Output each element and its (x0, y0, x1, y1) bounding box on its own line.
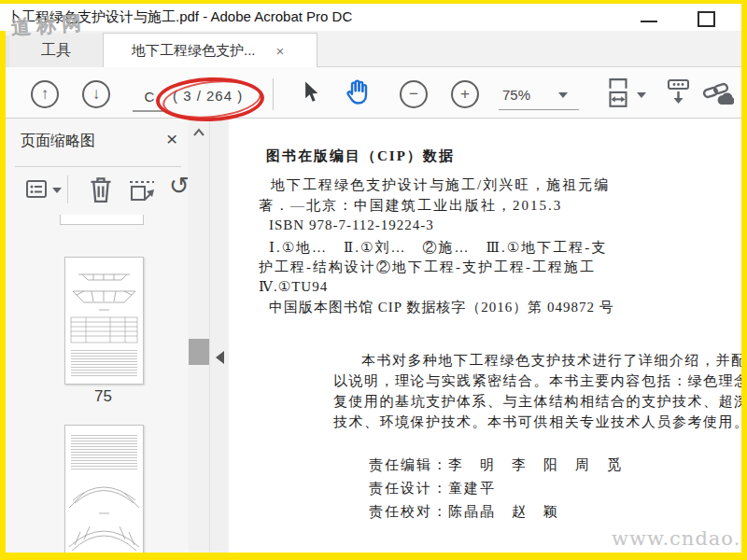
chevron-down-icon[interactable] (558, 92, 568, 98)
minus-icon: − (409, 85, 418, 104)
acrobat-window: 卜工程绿色支护设计与施工.pdf - Adobe Acrobat Pro DC … (0, 0, 747, 560)
title-bar: 卜工程绿色支护设计与施工.pdf - Adobe Acrobat Pro DC (0, 4, 747, 31)
tab-tools-label: 工具 (41, 41, 71, 61)
scroll-up-icon[interactable] (192, 128, 205, 137)
previous-page-button[interactable]: ↑ (31, 80, 59, 108)
select-tool-icon[interactable] (304, 81, 319, 104)
cip-number-line: 中国版本图书馆 CIP 数据核字（2016）第 049872 号 (269, 299, 614, 316)
panel-scrollbar-thumb[interactable] (189, 339, 209, 365)
biblio-line-2: 著．—北京：中国建筑工业出版社，2015.3 (259, 197, 562, 215)
plus-icon: + (460, 85, 470, 104)
frame-bottom (0, 553, 747, 560)
panel-divider (15, 166, 181, 167)
panel-title: 页面缩略图 (21, 132, 95, 151)
maximize-button[interactable] (698, 11, 715, 27)
panel-close-icon[interactable]: × (166, 128, 177, 150)
abstract-line-2: 以说明，理论与实践紧密结合。本书主要内容包括：绿色理念与地下空间、可 (333, 372, 747, 390)
frame-right (741, 0, 747, 560)
zoom-in-button[interactable]: + (451, 80, 479, 108)
frame-left (0, 31, 6, 560)
fit-width-icon[interactable] (605, 77, 631, 109)
thumbnail-options-icon[interactable] (26, 180, 49, 199)
classification-line-2: 护工程-结构设计②地下工程-支护工程-工程施工 (259, 259, 596, 276)
abstract-line-3: 复使用的基坑支护体系、与主体结构相结合的支护技术、超深地下空间组合支 (333, 393, 747, 411)
zoom-select-underline (499, 109, 579, 110)
abstract-line-1: 本书对多种地下工程绿色支护技术进行了详细介绍，并配合大量工程实例 (361, 352, 747, 370)
proofreader-line: 责任校对：陈晶晶 赵 颖 (369, 503, 559, 521)
classification-line-1: Ⅰ.①地… Ⅱ.①刘… ②施… Ⅲ.①地下工程-支 (269, 239, 607, 257)
thumbnail-text-lines (71, 433, 137, 470)
tab-close-icon[interactable]: × (276, 43, 285, 59)
tab-document[interactable]: 地下工程绿色支护... × (103, 33, 317, 68)
panel-icon-separator (67, 175, 68, 203)
panel-resize-edge[interactable] (209, 119, 229, 553)
insert-pages-icon[interactable] (129, 178, 155, 203)
frame-top (0, 0, 747, 4)
chevron-down-icon[interactable] (52, 188, 62, 193)
biblio-line-1: 地下工程绿色支护设计与施工/刘兴旺，施祖元编 (271, 176, 610, 194)
thumbnail-text-lines (71, 348, 137, 378)
hand-tool-icon[interactable] (344, 78, 372, 106)
zoom-out-button[interactable]: − (400, 80, 428, 108)
panel-scrollbar[interactable] (189, 119, 209, 553)
next-page-button[interactable]: ↓ (82, 80, 110, 108)
abstract-line-4: 技术、环境保护技术。本书可供相关专业技术人员参考使用。 (333, 413, 747, 431)
arrow-down-icon: ↓ (92, 85, 101, 104)
chevron-down-icon[interactable] (637, 92, 646, 98)
site-logo-watermark: 道称网 (10, 9, 88, 41)
cip-heading: 图书在版编目（CIP）数据 (266, 147, 455, 165)
document-page: 图书在版编目（CIP）数据 地下工程绿色支护设计与施工/刘兴旺，施祖元编 著．—… (229, 119, 747, 553)
thumbnail-page-number: 75 (64, 387, 142, 406)
toolbar-separator (273, 78, 274, 110)
tab-document-label: 地下工程绿色支护... (132, 42, 256, 60)
collapse-toolbar-icon[interactable] (667, 78, 691, 106)
arrow-up-icon: ↑ (41, 85, 49, 104)
thumbnail-page-76[interactable] (64, 425, 144, 557)
thumbnail-page-74-partial[interactable] (60, 215, 144, 225)
site-watermark: www.cndao.com (612, 527, 747, 550)
classification-line-3: Ⅳ.①TU94 (259, 278, 328, 295)
minimize-button[interactable] (641, 21, 657, 22)
isbn-line: ISBN 978-7-112-19224-3 (269, 217, 434, 233)
delete-pages-icon[interactable] (90, 176, 112, 203)
thumbnail-page-75[interactable] (64, 257, 144, 385)
zoom-level-select[interactable]: 75% (502, 87, 530, 103)
editor-line: 责任编辑：李 明 李 阳 周 觅 (369, 456, 623, 474)
main-toolbar: ↑ ↓ − + 75% (0, 67, 747, 119)
thumbnail-arch-diagram (65, 472, 143, 556)
tab-strip: 工具 地下工程绿色支护... × ? 登 (0, 31, 747, 67)
rotate-pages-icon[interactable]: ↺ (169, 172, 190, 201)
designer-line: 责任设计：童建平 (369, 480, 496, 497)
share-link-icon[interactable] (702, 79, 734, 107)
collapse-panel-icon[interactable] (216, 351, 224, 364)
